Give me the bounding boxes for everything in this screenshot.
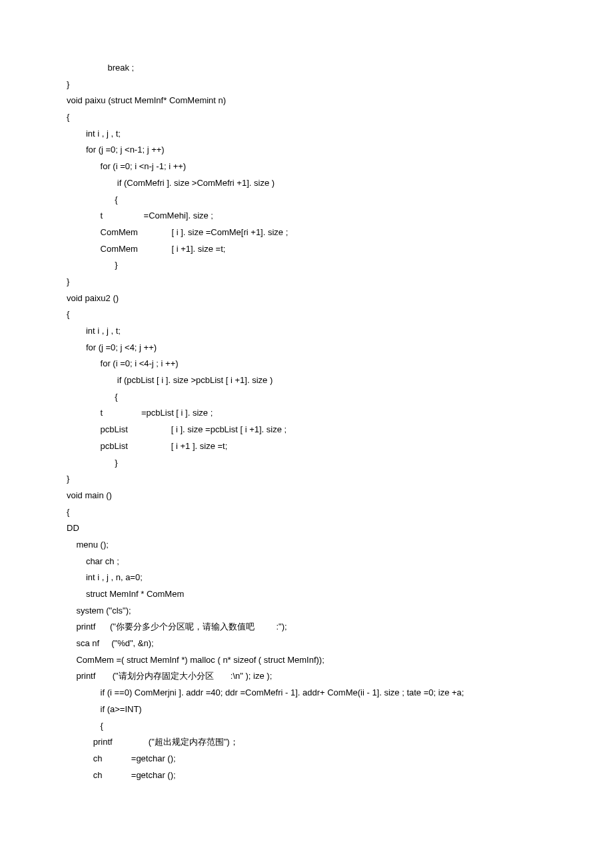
code-document: break ; } void paixu (struct MemInf* Com… bbox=[0, 0, 613, 823]
code-block: break ; } void paixu (struct MemInf* Com… bbox=[67, 60, 560, 783]
